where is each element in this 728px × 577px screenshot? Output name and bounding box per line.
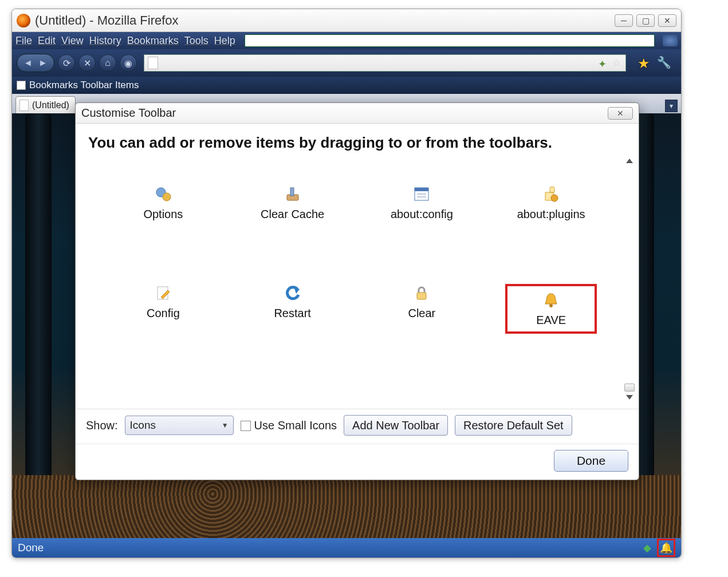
menu-edit[interactable]: Edit bbox=[38, 35, 56, 47]
forward-button[interactable]: ► bbox=[38, 58, 48, 68]
highlight-status-bell: 🔔 bbox=[657, 539, 675, 557]
restore-default-set-button[interactable]: Restore Default Set bbox=[455, 415, 572, 436]
show-mode-select[interactable]: Icons ▼ bbox=[125, 416, 234, 435]
edit-page-icon bbox=[154, 284, 173, 302]
use-small-icons-label: Use Small Icons bbox=[254, 419, 337, 432]
customise-toolbar-dialog: Customise Toolbar ✕ You can add or remov… bbox=[75, 102, 639, 480]
status-bell-icon[interactable]: 🔔 bbox=[660, 542, 672, 554]
home-button[interactable]: ⌂ bbox=[99, 54, 116, 72]
stop-button[interactable]: ✕ bbox=[78, 54, 96, 72]
restart-arrow-icon bbox=[283, 284, 302, 302]
use-small-icons-checkbox[interactable]: Use Small Icons bbox=[241, 419, 337, 432]
menu-file[interactable]: File bbox=[15, 35, 32, 47]
scroll-thumb[interactable] bbox=[624, 384, 635, 392]
item-restart[interactable]: Restart bbox=[247, 284, 339, 334]
menu-view[interactable]: View bbox=[61, 35, 84, 47]
svg-point-11 bbox=[549, 304, 553, 307]
favorite-star-icon[interactable]: ☆ bbox=[611, 57, 622, 69]
item-config[interactable]: Config bbox=[117, 284, 209, 334]
bookmarks-toolbar-label[interactable]: Bookmarks Toolbar Items bbox=[29, 80, 139, 91]
menu-help[interactable]: Help bbox=[214, 35, 235, 47]
bookmarks-toolbar: Bookmarks Toolbar Items bbox=[12, 77, 681, 94]
window-title: (Untitled) - Mozilla Firefox bbox=[35, 13, 615, 28]
address-bar[interactable]: ✦ ☆ bbox=[144, 54, 626, 72]
page-icon bbox=[148, 57, 158, 69]
throbber-icon bbox=[663, 35, 678, 46]
firefox-window: (Untitled) - Mozilla Firefox ─ ▢ ✕ File … bbox=[11, 9, 682, 558]
record-button[interactable]: ◉ bbox=[120, 54, 137, 72]
done-button[interactable]: Done bbox=[554, 450, 628, 472]
plugin-icon bbox=[541, 185, 561, 203]
bookmark-folder-icon bbox=[17, 81, 26, 90]
checkbox-box bbox=[241, 421, 251, 431]
menu-history[interactable]: History bbox=[89, 35, 121, 47]
options-gears-icon bbox=[154, 185, 173, 203]
scroll-down-icon[interactable] bbox=[626, 395, 633, 400]
item-about-config[interactable]: about:config bbox=[376, 185, 467, 221]
item-clear-cache[interactable]: Clear Cache bbox=[247, 185, 339, 221]
item-about-plugins[interactable]: about:plugins bbox=[505, 185, 597, 221]
show-label: Show: bbox=[86, 419, 118, 432]
item-label: about:plugins bbox=[517, 208, 585, 221]
lock-icon bbox=[412, 284, 431, 302]
svg-rect-5 bbox=[415, 188, 428, 191]
tab-active[interactable]: (Untitled) bbox=[15, 96, 76, 113]
dialog-title: Customise Toolbar bbox=[81, 106, 176, 120]
item-label: EAVE bbox=[536, 314, 566, 327]
tab-page-icon bbox=[19, 100, 29, 111]
item-label: Clear bbox=[408, 307, 435, 320]
item-label: Options bbox=[143, 208, 183, 221]
svg-rect-3 bbox=[290, 188, 294, 196]
dialog-titlebar: Customise Toolbar ✕ bbox=[76, 103, 639, 124]
reload-button[interactable]: ⟳ bbox=[58, 54, 75, 72]
status-text: Done bbox=[18, 542, 44, 554]
show-mode-value: Icons bbox=[130, 419, 156, 432]
status-bar: Done ◆ 🔔 bbox=[12, 538, 681, 558]
bookmarks-star-icon[interactable]: ★ bbox=[638, 56, 652, 70]
scroll-up-icon[interactable] bbox=[626, 159, 633, 163]
minimize-button[interactable]: ─ bbox=[615, 14, 633, 27]
list-all-tabs-button[interactable]: ▾ bbox=[665, 100, 678, 112]
item-clear[interactable]: Clear bbox=[376, 284, 467, 334]
firefox-icon bbox=[17, 14, 30, 27]
tools-wrench-icon[interactable]: 🔧 bbox=[657, 56, 672, 70]
back-forward-group: ◄ ► bbox=[17, 54, 54, 72]
bell-icon bbox=[541, 291, 561, 309]
item-label: Config bbox=[147, 307, 180, 320]
toolbar-items-grid: Options Clear Cache about:config bbox=[76, 156, 639, 351]
brush-icon bbox=[283, 185, 302, 203]
dialog-scrollbar[interactable] bbox=[624, 156, 635, 402]
maximize-button[interactable]: ▢ bbox=[636, 14, 655, 27]
svg-rect-10 bbox=[417, 293, 426, 299]
status-shield-icon[interactable]: ◆ bbox=[641, 542, 654, 554]
chevron-down-icon: ▼ bbox=[222, 421, 229, 429]
item-label: Clear Cache bbox=[261, 208, 324, 221]
svg-point-1 bbox=[163, 193, 171, 201]
menu-tools[interactable]: Tools bbox=[184, 35, 208, 47]
dialog-headline: You can add or remove items by dragging … bbox=[76, 124, 639, 156]
navigation-toolbar: ◄ ► ⟳ ✕ ⌂ ◉ ✦ ☆ ★ 🔧 bbox=[12, 49, 681, 77]
item-label: about:config bbox=[391, 208, 453, 221]
add-new-toolbar-button[interactable]: Add New Toolbar bbox=[344, 415, 448, 436]
svg-point-8 bbox=[551, 195, 558, 201]
list-icon bbox=[412, 185, 431, 203]
menubar: File Edit View History Bookmarks Tools H… bbox=[12, 32, 681, 49]
dialog-footer: Done bbox=[76, 444, 639, 480]
back-button[interactable]: ◄ bbox=[23, 58, 33, 68]
item-eave[interactable]: EAVE bbox=[505, 284, 597, 334]
dialog-close-button[interactable]: ✕ bbox=[608, 107, 633, 120]
dialog-body: Options Clear Cache about:config bbox=[76, 156, 639, 402]
item-options[interactable]: Options bbox=[117, 185, 209, 221]
close-button[interactable]: ✕ bbox=[658, 14, 676, 27]
item-label: Restart bbox=[274, 307, 310, 320]
tab-label: (Untitled) bbox=[32, 100, 69, 110]
addon-puzzle-icon[interactable]: ✦ bbox=[598, 58, 608, 68]
dialog-controls-row: Show: Icons ▼ Use Small Icons Add New To… bbox=[76, 409, 639, 441]
menubar-input-strip[interactable] bbox=[245, 34, 655, 47]
menu-bookmarks[interactable]: Bookmarks bbox=[127, 35, 179, 47]
titlebar: (Untitled) - Mozilla Firefox ─ ▢ ✕ bbox=[12, 9, 681, 32]
